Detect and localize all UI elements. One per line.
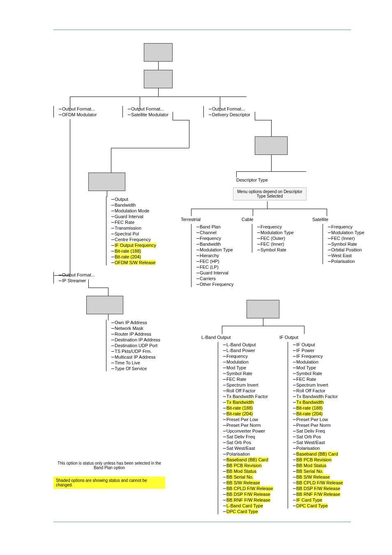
list-item: Frequency	[223, 353, 273, 359]
item-label: Output	[115, 197, 128, 202]
descriptor-type-label: Descriptor Type	[236, 177, 268, 182]
list-item: FEC Rate	[223, 376, 273, 382]
item-label: Modulation	[296, 359, 318, 364]
list-item: Spectrum Invert	[293, 382, 343, 388]
item-label: Sat Orb Pos	[296, 434, 321, 439]
list-item: BB S/W Release	[223, 480, 273, 486]
item-label: Modulation	[226, 359, 249, 364]
item-label: Polarisation	[331, 259, 355, 264]
item-label: BB PCB Revision	[226, 463, 262, 468]
list-item: Baseband (BB) Card	[293, 451, 343, 457]
node-deliv: Output Format... Delivery Descriptor	[203, 106, 250, 117]
item-label: Symbol Rate	[226, 371, 252, 376]
item-label: BB S/W Release	[296, 474, 330, 479]
box-ip-sub	[86, 296, 123, 314]
list-item: BB Mod Status	[223, 468, 273, 474]
item-label: FEC (Outer)	[261, 236, 285, 241]
connector	[236, 171, 237, 177]
item-label: OFDM S/W Release	[115, 260, 156, 265]
legend-text: This option is status only unless has be…	[58, 461, 161, 470]
list-item: FEC (Inner)	[328, 235, 364, 241]
item-label: Multicast IP Address	[115, 355, 155, 359]
connector	[111, 148, 111, 173]
connector	[173, 120, 189, 120]
item-label: Bandwidth	[115, 203, 136, 207]
item-label: Transmission	[115, 226, 141, 230]
connector	[191, 209, 191, 216]
connector	[173, 112, 173, 120]
list-item: Network Mask	[111, 325, 160, 331]
item-label: FEC Rate	[226, 377, 246, 382]
box-output-root	[247, 300, 279, 318]
list-item: Output	[111, 196, 156, 202]
label: IP Streamer	[62, 278, 86, 283]
item-label: Network Mask	[115, 326, 143, 331]
list-item: Channel	[196, 230, 234, 235]
list-item: Destination UDP Port	[111, 343, 160, 348]
connector	[253, 209, 253, 216]
list-item: IF Card Type	[293, 497, 343, 503]
item-label: Sat West/East	[226, 446, 255, 451]
item-label: BB CPLD F/W Release	[226, 486, 273, 491]
item-label: Carriers	[200, 276, 216, 281]
item-label: Frequency	[261, 224, 282, 229]
item-label: Spectrum Invert	[296, 382, 328, 387]
item-label: Destination UDP Port	[115, 343, 157, 348]
list-item: Multicast IP Address	[111, 354, 160, 360]
list-item: FEC (Outer)	[257, 235, 294, 241]
list-item: Sat Orb Pos	[223, 440, 273, 445]
connector	[222, 326, 304, 326]
item-label: Sat West/East	[296, 440, 325, 445]
item-label: Other Frequency	[200, 282, 234, 287]
list-item: BB DSP F/W Release	[223, 491, 273, 497]
list-item: Modulation	[293, 359, 343, 365]
item-label: BB Mod Status	[226, 469, 256, 474]
item-label: Mod Type	[226, 365, 246, 370]
list-item: Mod Type	[223, 365, 273, 371]
list-item: BB CPLD F/W Release	[223, 486, 273, 491]
list-item: Orbital Position	[328, 247, 364, 253]
item-label: Symbol Rate	[296, 371, 322, 376]
item-label: Spectrum Invert	[226, 382, 258, 387]
menu-note-box: Menu options depend on Descriptor Type S…	[233, 187, 307, 200]
label: Output Format...	[62, 272, 95, 277]
list-item: FEC (Inner)	[257, 241, 294, 247]
list-item: Bit-rate (204)	[293, 411, 343, 417]
list-item: Frequency	[257, 224, 294, 230]
diagram-page: Output Format... OFDM Modulator Output F…	[0, 0, 392, 555]
item-label: Upconverter Power	[226, 428, 265, 433]
label: Output Format...	[62, 106, 95, 111]
item-label: DPC Card Type	[226, 509, 258, 514]
item-label: Modulation Type	[261, 230, 294, 235]
menu-note: Menu options depend on Descriptor Type S…	[237, 189, 302, 198]
legend-band-plan: This option is status only unless has be…	[53, 459, 165, 472]
list-item: Destination IP Address	[111, 337, 160, 343]
col-satellite-title: Satellite	[312, 217, 328, 222]
if-list: IF OutputIF PowerIF FrequencyModulationM…	[288, 342, 343, 509]
node-ofdm: Output Format... OFDM Modulator	[53, 106, 97, 117]
list-item: Own IP Address	[111, 320, 160, 325]
legend-text: Shaded options are showing status and ca…	[56, 478, 147, 487]
list-item: Guard Interval	[111, 214, 156, 219]
item-label: BB DSP F/W Release	[226, 492, 270, 497]
item-label: Bit-rate (204)	[115, 254, 141, 259]
list-item: BB Mod Status	[293, 463, 343, 468]
label: Delivery Descriptor	[212, 112, 250, 117]
list-item: Centre Frequency	[111, 237, 156, 242]
list-item: Frequency	[328, 224, 364, 230]
list-item: Sat Deliv Freq	[223, 434, 273, 440]
list-item: Tx Bandwidth	[223, 399, 273, 405]
header-rule	[53, 30, 351, 30]
item-label: BB CPLD F/W Release	[296, 480, 343, 485]
list-item: BB PCB Revision	[293, 457, 343, 463]
item-label: IF Output	[296, 342, 315, 347]
list-item: Band Plan	[196, 224, 234, 230]
list-item: DPC Card Type	[223, 509, 273, 514]
list-item: Type Of Service	[111, 366, 160, 371]
item-label: Band Plan	[200, 224, 221, 229]
list-item: Bit-rate (188)	[293, 405, 343, 411]
list-item: BB PCB Revision	[223, 463, 273, 468]
list-item: Transmission	[111, 225, 156, 231]
node-satmod: Output Format... Satellite Modulator	[122, 106, 168, 117]
list-item: Sat Deliv Freq	[293, 428, 343, 434]
